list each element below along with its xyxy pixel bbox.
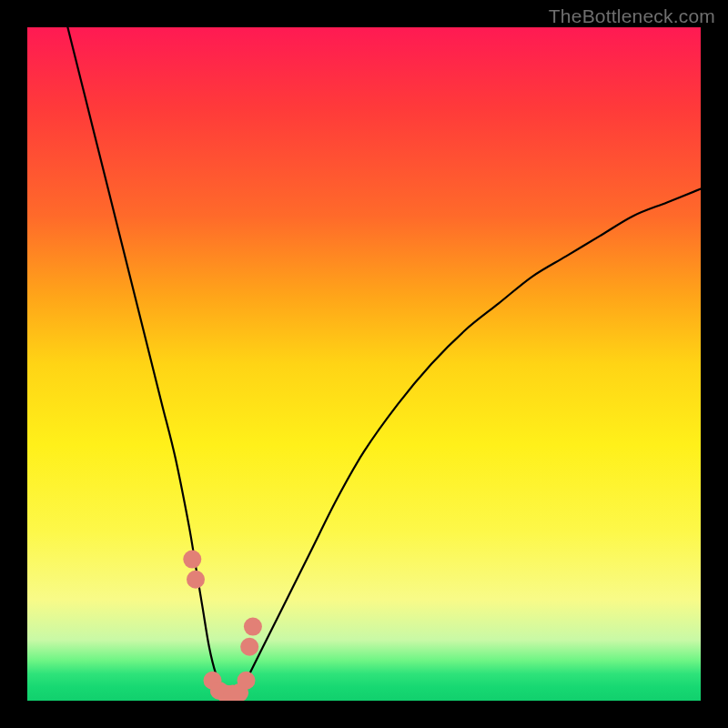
bottleneck-curve: [67, 27, 701, 695]
data-marker: [238, 672, 256, 690]
data-marker: [240, 638, 258, 656]
plot-area: [27, 27, 701, 701]
marker-group: [183, 551, 262, 701]
chart-frame: TheBottleneck.com: [0, 0, 728, 728]
watermark-text: TheBottleneck.com: [549, 5, 715, 27]
data-marker: [244, 618, 262, 636]
data-marker: [187, 571, 205, 589]
curve-layer: [27, 27, 701, 701]
data-marker: [183, 551, 201, 569]
